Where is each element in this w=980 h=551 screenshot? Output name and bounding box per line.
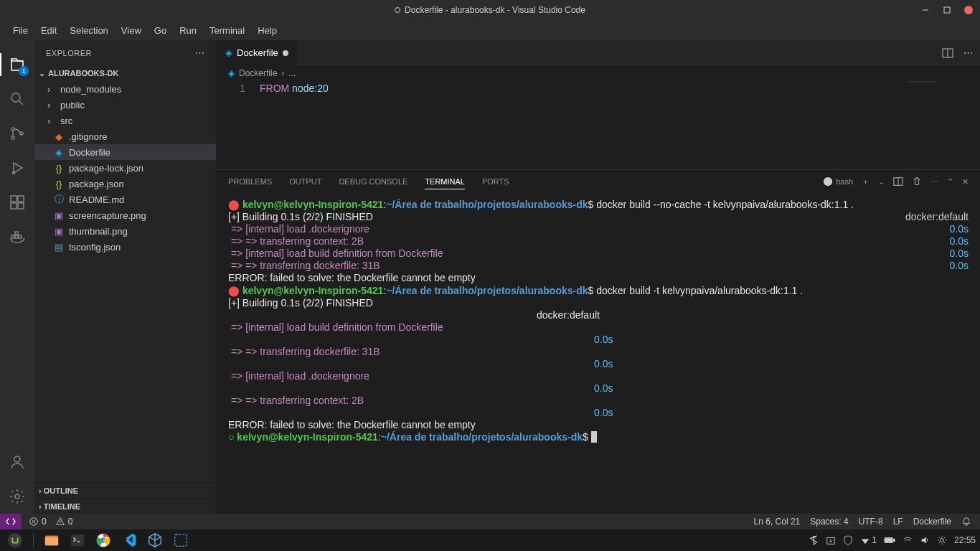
svg-rect-12 bbox=[19, 235, 22, 238]
menu-view[interactable]: View bbox=[116, 22, 147, 39]
menu-file[interactable]: File bbox=[7, 22, 34, 39]
folder-src[interactable]: ›src bbox=[34, 113, 216, 128]
breadcrumb[interactable]: ◈ Dockerfile › ... bbox=[217, 65, 980, 81]
panel-tab-debug[interactable]: DEBUG CONSOLE bbox=[339, 174, 407, 189]
maximize-panel-icon[interactable]: ⌃ bbox=[947, 177, 953, 187]
window-title: Dockerfile - alurabooks-dk - Visual Stud… bbox=[395, 5, 585, 15]
vscode-app-icon[interactable] bbox=[118, 531, 140, 550]
modified-dot-icon bbox=[395, 7, 400, 13]
brightness-icon[interactable] bbox=[937, 535, 947, 545]
menu-terminal[interactable]: Terminal bbox=[204, 22, 250, 39]
ts-icon: ▤ bbox=[53, 242, 65, 253]
notifications-icon[interactable] bbox=[961, 517, 971, 527]
minimap[interactable] bbox=[908, 81, 980, 169]
source-control-icon[interactable] bbox=[0, 116, 34, 151]
status-language[interactable]: Dockerfile bbox=[913, 517, 951, 527]
tabs-more-icon[interactable]: ⋯ bbox=[963, 47, 973, 58]
settings-icon[interactable] bbox=[0, 479, 34, 514]
remote-button[interactable] bbox=[0, 514, 22, 529]
kill-terminal-icon[interactable] bbox=[912, 176, 922, 187]
menu-go[interactable]: Go bbox=[149, 22, 172, 39]
explorer-badge: 1 bbox=[19, 66, 29, 76]
menu-run[interactable]: Run bbox=[174, 22, 202, 39]
panel-tab-ports[interactable]: PORTS bbox=[482, 174, 509, 189]
panel-more-icon[interactable]: ⋯ bbox=[930, 177, 938, 187]
shell-selector[interactable]: bash bbox=[823, 176, 853, 187]
panel-tab-output[interactable]: OUTPUT bbox=[289, 174, 321, 189]
svg-point-15 bbox=[15, 494, 19, 499]
docker-icon[interactable] bbox=[0, 220, 34, 254]
split-editor-icon[interactable] bbox=[942, 47, 953, 59]
window-controls bbox=[921, 6, 973, 14]
status-errors[interactable]: 0 bbox=[29, 517, 47, 527]
folder-root[interactable]: ⌄ ALURABOOKS-DK bbox=[34, 65, 216, 81]
folder-public[interactable]: ›public bbox=[34, 97, 216, 113]
json-icon: {} bbox=[53, 179, 65, 189]
svg-rect-26 bbox=[175, 534, 187, 547]
menubar: File Edit Selection View Go Run Terminal… bbox=[0, 20, 980, 40]
status-warnings[interactable]: 0 bbox=[55, 517, 73, 527]
terminal-dropdown-icon[interactable]: ⌄ bbox=[878, 177, 885, 187]
terminal[interactable]: ⬤ kelvyn@kelvyn-Inspiron-5421:~/Área de … bbox=[217, 193, 980, 514]
accounts-icon[interactable] bbox=[0, 445, 34, 479]
code-editor[interactable]: 1 FROM node:20 bbox=[217, 81, 980, 169]
chevron-right-icon: › bbox=[47, 84, 56, 95]
updates-icon[interactable] bbox=[826, 535, 836, 545]
close-icon[interactable] bbox=[964, 6, 973, 14]
split-terminal-icon[interactable] bbox=[893, 176, 903, 187]
panel-tab-terminal[interactable]: TERMINAL bbox=[425, 174, 465, 189]
svg-point-31 bbox=[940, 538, 943, 542]
new-terminal-icon[interactable]: ＋ bbox=[862, 176, 870, 187]
status-encoding[interactable]: UTF-8 bbox=[859, 517, 883, 527]
file-tsconfig[interactable]: ▤tsconfig.json bbox=[34, 239, 216, 255]
file-thumbnail[interactable]: ▣thumbnail.png bbox=[34, 223, 216, 239]
chevron-right-icon: › bbox=[47, 100, 56, 110]
file-dockerfile[interactable]: ◈Dockerfile bbox=[34, 144, 216, 160]
network-icon[interactable]: 1 bbox=[860, 535, 877, 545]
files-app-icon[interactable] bbox=[41, 531, 62, 550]
file-package-lock[interactable]: {}package-lock.json bbox=[34, 160, 216, 176]
folder-node-modules[interactable]: ›node_modules bbox=[34, 81, 216, 97]
menu-selection[interactable]: Selection bbox=[64, 22, 113, 39]
status-spaces[interactable]: Spaces: 4 bbox=[810, 517, 848, 527]
file-readme[interactable]: ⓘREADME.md bbox=[34, 192, 216, 207]
menu-help[interactable]: Help bbox=[252, 22, 283, 39]
svg-rect-13 bbox=[15, 232, 18, 235]
bluetooth-icon[interactable] bbox=[809, 535, 819, 545]
run-debug-icon[interactable] bbox=[0, 151, 34, 185]
status-ln-col[interactable]: Ln 6, Col 21 bbox=[754, 517, 801, 527]
file-gitignore[interactable]: ◆.gitignore bbox=[34, 128, 216, 144]
explorer-more-icon[interactable]: ⋯ bbox=[195, 47, 204, 58]
svg-rect-29 bbox=[885, 538, 892, 542]
battery-icon[interactable] bbox=[884, 535, 895, 545]
search-icon[interactable] bbox=[0, 82, 34, 116]
virtualbox-app-icon[interactable] bbox=[144, 531, 166, 550]
explorer-icon[interactable]: 1 bbox=[0, 47, 34, 82]
terminal-app-icon[interactable] bbox=[67, 531, 88, 550]
docker-file-icon: ◈ bbox=[53, 147, 65, 158]
status-eol[interactable]: LF bbox=[893, 517, 903, 527]
extensions-icon[interactable] bbox=[0, 185, 34, 220]
mint-menu-icon[interactable] bbox=[4, 531, 26, 550]
activitybar: 1 bbox=[0, 40, 34, 514]
file-package[interactable]: {}package.json bbox=[34, 176, 216, 192]
taskbar: 1 22:55 bbox=[0, 529, 980, 551]
sidebar: EXPLORER ⋯ ⌄ ALURABOOKS-DK ›node_modules… bbox=[34, 40, 217, 514]
file-screencapture[interactable]: ▣screencapture.png bbox=[34, 207, 216, 223]
panel-tab-problems[interactable]: PROBLEMS bbox=[228, 174, 272, 189]
shield-icon[interactable] bbox=[843, 535, 853, 545]
maximize-icon[interactable] bbox=[943, 6, 951, 14]
clock[interactable]: 22:55 bbox=[954, 535, 976, 545]
screenshot-app-icon[interactable] bbox=[170, 531, 192, 550]
close-panel-icon[interactable]: ✕ bbox=[962, 177, 969, 187]
wifi-icon[interactable] bbox=[903, 535, 913, 545]
tab-dockerfile[interactable]: ◈ Dockerfile bbox=[217, 40, 298, 65]
file-tree: ›node_modules ›public ›src ◆.gitignore ◈… bbox=[34, 81, 216, 482]
chrome-app-icon[interactable] bbox=[93, 531, 114, 550]
minimize-icon[interactable] bbox=[921, 6, 930, 14]
timeline-header[interactable]: › TIMELINE bbox=[34, 498, 216, 514]
outline-header[interactable]: › OUTLINE bbox=[34, 482, 216, 498]
menu-edit[interactable]: Edit bbox=[35, 22, 62, 39]
svg-rect-9 bbox=[18, 203, 24, 209]
sound-icon[interactable] bbox=[920, 535, 930, 545]
